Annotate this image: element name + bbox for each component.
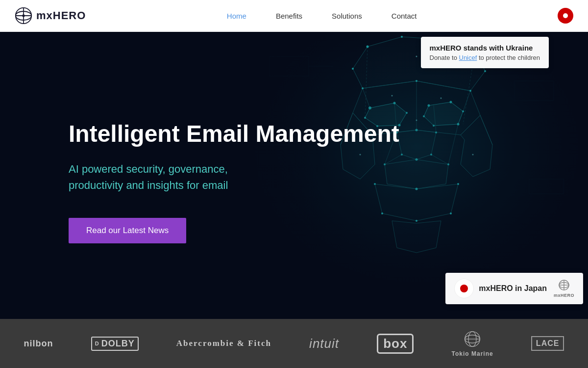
unicef-link[interactable]: Unicef <box>459 54 477 61</box>
nav-solutions[interactable]: Solutions <box>332 12 362 20</box>
logo-box: box <box>377 334 414 354</box>
japan-logo-text: mxHERO <box>554 293 574 298</box>
svg-point-4 <box>22 14 24 17</box>
hero-title: Intelligent Email Management <box>69 120 399 147</box>
logos-bar: nilbon D DOLBY Abercrombie & Fitch intui… <box>0 319 588 368</box>
ukraine-suffix: to protect the children <box>477 54 540 61</box>
ukraine-banner: mxHERO stands with Ukraine Donate to Uni… <box>421 37 549 68</box>
dolby-label: DOLBY <box>101 339 135 349</box>
logo-tokio: Tokio Marine <box>452 330 493 357</box>
hero-section: mxHERO stands with Ukraine Donate to Uni… <box>0 32 588 319</box>
logo-intuit: intuit <box>309 336 339 351</box>
japan-flag-icon <box>454 279 474 298</box>
logo-abercrombie: Abercrombie & Fitch <box>176 339 271 348</box>
header: mxHERO Home Benefits Solutions Contact <box>0 0 588 32</box>
read-news-button[interactable]: Read our Latest News <box>69 218 186 243</box>
tokio-globe-svg <box>464 330 481 348</box>
logo-dolby: D DOLBY <box>91 337 139 351</box>
nav-contact[interactable]: Contact <box>392 12 417 20</box>
nav-benefits[interactable]: Benefits <box>276 12 302 20</box>
flag-button[interactable] <box>558 8 573 24</box>
japan-logo-svg <box>556 279 572 293</box>
logo-lace: LACE <box>531 336 564 351</box>
ukraine-title: mxHERO stands with Ukraine <box>430 44 540 52</box>
nav: Home Benefits Solutions Contact <box>227 12 417 20</box>
ukraine-text: Donate to Unicef to protect the children <box>430 54 540 61</box>
hero-content: Intelligent Email Management AI powered … <box>69 120 399 243</box>
logo-icon <box>15 7 32 25</box>
logo-nilbon: nilbon <box>24 339 53 349</box>
japan-banner[interactable]: mxHERO in Japan mxHERO <box>445 273 583 304</box>
japan-flag-dot <box>460 285 468 292</box>
ukraine-prefix: Donate to <box>430 54 459 61</box>
flag-dot <box>563 13 568 18</box>
hero-subtitle: AI powered security, governance, product… <box>69 161 399 193</box>
logo-text: mxHERO <box>36 9 86 22</box>
japan-mxhero-logo: mxHERO <box>554 279 574 298</box>
hero-subtitle-line1: AI powered security, governance, <box>69 163 228 175</box>
hero-subtitle-line2: productivity and insights for email <box>69 179 228 191</box>
logo[interactable]: mxHERO <box>15 7 86 25</box>
japan-text: mxHERO in Japan <box>479 284 547 293</box>
nav-home[interactable]: Home <box>227 12 246 20</box>
